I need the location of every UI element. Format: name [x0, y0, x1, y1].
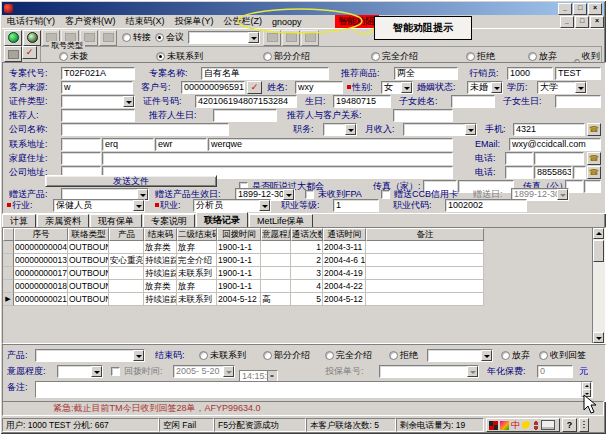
duty-combobox[interactable]: [323, 123, 357, 136]
birthday-field[interactable]: 19480715: [333, 95, 391, 108]
table-row[interactable]: ▶00000000021OUTBOUND持续追踪未联系到2004-5-12 1(…: [3, 293, 605, 306]
occupation-combobox[interactable]: 分析员: [193, 199, 271, 212]
dial-type-radio-notreached[interactable]: [156, 52, 165, 61]
chevron-down-icon[interactable]: [223, 366, 234, 377]
agent-busy-button[interactable]: [99, 30, 117, 46]
scroll-up-button[interactable]: [593, 228, 604, 239]
dial-type-radio-full[interactable]: [371, 52, 380, 61]
scroll-down-button[interactable]: [593, 332, 604, 343]
table-cell[interactable]: [261, 241, 291, 254]
table-cell[interactable]: 00000000018: [14, 280, 68, 293]
extension-combobox[interactable]: [188, 31, 260, 44]
table-cell[interactable]: OUTBOUND: [68, 241, 109, 254]
referrer-birthday-field[interactable]: [213, 109, 277, 122]
table-cell[interactable]: 2: [291, 254, 323, 267]
table-cell[interactable]: 1900-1-1: [217, 280, 261, 293]
table-cell[interactable]: 未联系到: [177, 267, 217, 280]
menu-item-customer-data[interactable]: 客户资料(W): [60, 15, 121, 28]
marital-combobox[interactable]: 未婚: [467, 81, 503, 94]
table-cell[interactable]: 1900-1-1: [217, 241, 261, 254]
table-cell[interactable]: [109, 267, 144, 280]
contact-address-field-4[interactable]: werqwe: [208, 138, 453, 151]
chevron-down-icon[interactable]: [465, 124, 476, 135]
home-phone-field-2[interactable]: [534, 152, 584, 165]
table-cell[interactable]: 00000000004: [14, 241, 68, 254]
ime-chinese-mode-icon[interactable]: 中: [511, 419, 520, 432]
skip-number-button[interactable]: [4, 46, 22, 62]
table-cell[interactable]: 00000000013: [14, 254, 68, 267]
end-code-radio-notreached[interactable]: [199, 351, 208, 360]
menu-item-smart-block[interactable]: 智能劝阻: [335, 15, 379, 28]
start-conference-button[interactable]: [282, 30, 300, 46]
chevron-down-icon[interactable]: [467, 366, 478, 377]
remark-scroll-down-button[interactable]: [582, 389, 591, 397]
table-cell[interactable]: 持续追踪: [144, 254, 177, 267]
chevron-down-icon[interactable]: [91, 366, 102, 377]
ime-fullhalf-moon-icon[interactable]: [522, 421, 531, 430]
transfer-radio[interactable]: [122, 33, 131, 42]
table-cell[interactable]: 2004-5-12 10:: [323, 293, 366, 306]
case-code-field[interactable]: T02F021A: [61, 67, 135, 80]
recommend-product-field[interactable]: 两全: [394, 67, 458, 80]
toolbar-handle[interactable]: [579, 418, 589, 432]
remark-textarea[interactable]: [35, 381, 593, 398]
id-no-field[interactable]: 420106194807153284: [195, 95, 297, 108]
customer-no-field[interactable]: 000000096591: [181, 81, 245, 94]
reject-reason-combobox[interactable]: [427, 349, 493, 362]
table-cell[interactable]: 未联系到: [177, 293, 217, 306]
column-header[interactable]: 备注: [366, 228, 484, 241]
chevron-down-icon[interactable]: [401, 82, 412, 93]
tab-case-description[interactable]: 专案说明: [143, 214, 195, 227]
dial-type-radio-abandon[interactable]: [528, 52, 537, 61]
tab-relatives[interactable]: 亲属资料: [37, 214, 89, 227]
willingness-combobox[interactable]: [57, 365, 103, 378]
premium-field[interactable]: 0: [537, 365, 573, 378]
table-cell[interactable]: 00000000017: [14, 267, 68, 280]
menu-item-end-code[interactable]: 结束码(X): [121, 15, 170, 28]
source-field[interactable]: w: [61, 81, 133, 94]
id-type-combobox[interactable]: [61, 95, 135, 108]
table-cell[interactable]: 安心重亮: [109, 254, 144, 267]
case-name-field[interactable]: 自有名单: [201, 67, 329, 80]
table-cell[interactable]: 5: [291, 293, 323, 306]
table-row[interactable]: 00000000018OUTBOUND放弃类放弃1900-1-142004-4-…: [3, 280, 605, 293]
column-header[interactable]: 回拨时间: [217, 228, 261, 241]
end-code-radio-signed[interactable]: [539, 351, 548, 360]
confirm-result-button[interactable]: ✓: [22, 46, 37, 59]
table-cell[interactable]: 高: [261, 293, 291, 306]
home-address-field-2[interactable]: [102, 152, 453, 165]
chevron-down-icon[interactable]: [123, 96, 134, 107]
table-cell[interactable]: [261, 267, 291, 280]
ccb-card-checkbox[interactable]: [381, 190, 390, 199]
table-cell[interactable]: [109, 280, 144, 293]
ime-logo-icon[interactable]: [489, 421, 498, 430]
table-cell[interactable]: [261, 254, 291, 267]
verify-customer-button[interactable]: ✓: [247, 81, 262, 94]
menu-item-policy[interactable]: 投保单(Y): [170, 15, 219, 28]
end-code-radio-reject[interactable]: [389, 351, 398, 360]
table-cell[interactable]: OUTBOUND: [68, 280, 109, 293]
ime-punctuation-icon[interactable]: [533, 421, 539, 430]
table-cell[interactable]: 2004-5-12 1(: [217, 293, 261, 306]
contact-address-field-1[interactable]: [61, 138, 101, 151]
table-vertical-scrollbar[interactable]: [592, 228, 605, 343]
table-cell[interactable]: 1900-1-1: [217, 267, 261, 280]
row-selector[interactable]: [3, 241, 14, 254]
chevron-down-icon[interactable]: [575, 82, 586, 93]
complete-transfer-button[interactable]: [263, 30, 281, 46]
column-header[interactable]: 产品: [109, 228, 144, 241]
table-cell[interactable]: [109, 241, 144, 254]
column-header[interactable]: 意愿程度: [261, 228, 291, 241]
minimize-button[interactable]: _: [558, 3, 572, 15]
table-cell[interactable]: 1900-1-1: [217, 254, 261, 267]
answer-call-button[interactable]: [4, 30, 22, 46]
table-cell[interactable]: [366, 280, 484, 293]
child-restore-button[interactable]: □: [575, 16, 589, 28]
cancel-call-button[interactable]: [301, 30, 319, 46]
mobile-field[interactable]: 4321: [513, 123, 585, 136]
gender-combobox[interactable]: 女: [381, 81, 413, 94]
menu-item-telemarketing[interactable]: 电话行销(Y): [2, 15, 60, 28]
table-cell[interactable]: 00000000021: [14, 293, 68, 306]
chevron-down-icon[interactable]: [248, 32, 259, 43]
company-name-field[interactable]: [61, 123, 229, 136]
